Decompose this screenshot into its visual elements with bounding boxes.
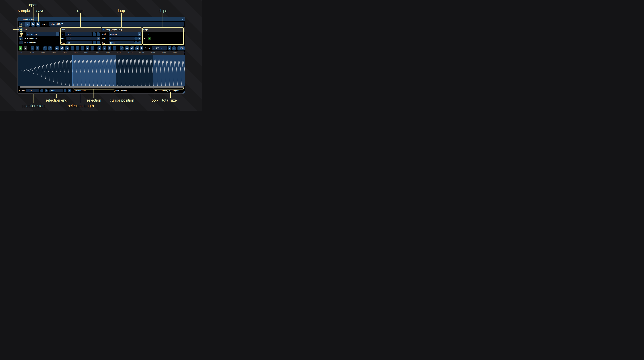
selection-end-input[interactable]: 2983 (50, 89, 63, 92)
resize-icon (31, 47, 34, 50)
edit-mode-draw-button[interactable] (24, 46, 28, 50)
annotation-save-label: save (36, 9, 44, 13)
horizontal-scrollbar[interactable] (20, 86, 184, 88)
zoom-in-button[interactable]: + (172, 46, 176, 50)
annotation-line-collapse-bar (13, 29, 19, 30)
ruler-tick-label: 40ms (62, 52, 67, 54)
signedness-icon (108, 47, 111, 50)
hz-minus-button[interactable]: - (92, 32, 96, 36)
loop-start-plus-button[interactable]: + (138, 36, 142, 40)
invert-button[interactable] (102, 46, 106, 50)
filter-button[interactable] (113, 46, 116, 50)
mode-label: Mode (102, 32, 107, 36)
loop-end-label: End (102, 41, 105, 45)
selection-length-text: (1329 samples) (73, 90, 86, 92)
play-icon (126, 47, 128, 50)
stop-preview-button[interactable] (135, 46, 139, 50)
loop-start-input[interactable]: 4112 (109, 36, 134, 40)
divider (18, 51, 185, 51)
annotation-line-selection-length (81, 94, 81, 103)
fade-in-button[interactable] (65, 46, 69, 50)
loop-end-minus-button[interactable]: - (134, 41, 138, 45)
resize-grip[interactable] (182, 91, 185, 94)
ruler-tick-label: 70ms (95, 52, 100, 54)
waveform-display[interactable] (18, 55, 185, 86)
name-label: Name (42, 22, 47, 26)
fine-input[interactable]: -11 (66, 41, 92, 45)
redo-button[interactable] (48, 46, 52, 50)
ruler-tick-label: 140ms (172, 52, 177, 54)
ruler-tick-label: 30ms (52, 52, 56, 54)
preview-loop-button[interactable] (130, 46, 134, 50)
save-button[interactable] (36, 22, 40, 26)
ruler-tick-label: 110ms (139, 52, 144, 54)
type-dropdown[interactable]: 16-bit PCM ▼ (26, 32, 59, 36)
undo-button[interactable] (43, 46, 47, 50)
crossfade-button[interactable] (120, 46, 124, 50)
cursor-position-text: (4025, -25466) (114, 90, 126, 92)
selection-start-minus-button[interactable]: - (40, 89, 43, 92)
zoom-out-button[interactable]: - (168, 46, 172, 50)
ruler-tick-label: 10ms (30, 52, 34, 54)
total-size-text: 5072 samples, 10144 bytes (155, 90, 179, 92)
upload-icon (140, 47, 143, 50)
make-wavetable-button[interactable] (140, 46, 143, 50)
redo-icon (49, 47, 51, 50)
window-titlebar[interactable]: ▼ Sample Editor × (18, 17, 185, 21)
selection-start-input[interactable]: 1654 (26, 89, 40, 92)
no-brr-filters-label: no BRR filters (24, 41, 36, 44)
loop-end-plus-button[interactable]: + (138, 41, 142, 45)
chevron-down-icon[interactable]: ▼ (96, 36, 100, 40)
selection-start-plus-button[interactable]: + (45, 89, 48, 92)
divider (18, 46, 185, 46)
name-input[interactable]: Clarinet DQV (49, 22, 184, 26)
loop-mode-dropdown[interactable]: Forward ▼ (109, 32, 141, 36)
hz-input[interactable]: 33286 (65, 32, 92, 36)
chevron-down-icon[interactable]: ▼ (25, 22, 30, 26)
chip-a-checkbox[interactable]: ✔ (148, 36, 151, 40)
close-icon[interactable]: × (182, 18, 184, 21)
resample-button[interactable] (36, 46, 40, 50)
ruler-tick-label: 120ms (150, 52, 155, 54)
invert-icon (103, 47, 106, 50)
amplify-button[interactable] (55, 46, 59, 50)
hz-plus-button[interactable]: + (96, 32, 100, 36)
annotation-brace-selection (73, 88, 115, 90)
note-dropdown[interactable]: C-7 ▼ (66, 36, 100, 40)
annotation-cursor-position-label: cursor position (110, 98, 134, 102)
ruler-tick-label: 20ms (41, 52, 45, 54)
selection-end-plus-button[interactable]: + (68, 89, 71, 92)
preview-button[interactable] (125, 46, 129, 50)
check-icon: ✔ (103, 28, 104, 31)
annotation-line-cursor-position (122, 92, 122, 98)
edit-mode-select-button[interactable] (19, 46, 22, 50)
loop-start-value: 4112 (110, 38, 114, 40)
apply-silence-button[interactable] (81, 46, 84, 50)
fine-minus-button[interactable]: - (92, 41, 96, 45)
divider (18, 27, 185, 27)
selection-end-minus-button[interactable]: - (64, 89, 66, 92)
insert-silence-button[interactable] (76, 46, 79, 50)
zoom-input[interactable]: 41.1672% (152, 46, 167, 50)
delete-button[interactable] (86, 46, 89, 50)
loop-enable-checkbox[interactable]: ✔ (102, 28, 105, 31)
chevron-down-icon[interactable]: ▼ (56, 32, 59, 36)
fine-plus-button[interactable]: + (96, 41, 100, 45)
reverse-button[interactable] (98, 46, 101, 50)
loop-section-title: Loop (length: 960) (106, 28, 122, 32)
signedness-button[interactable] (108, 46, 112, 50)
normalize-button[interactable] (60, 46, 64, 50)
annotation-selection-length-label: selection length (68, 104, 94, 108)
loop-end-input[interactable]: 5072 (109, 41, 134, 45)
window-collapse-icon[interactable]: ▼ (19, 18, 21, 20)
annotation-line-open (33, 7, 34, 22)
annotation-line-total-size (170, 92, 171, 98)
normalize-icon (61, 47, 63, 50)
resize-button[interactable] (31, 46, 34, 50)
trim-button[interactable] (90, 46, 94, 50)
chevron-down-icon[interactable]: ▼ (138, 32, 141, 36)
loop-start-minus-button[interactable]: - (134, 36, 138, 40)
zoom-reset-button[interactable]: 100% (178, 46, 185, 50)
open-button[interactable] (31, 22, 35, 26)
fade-out-button[interactable] (71, 46, 74, 50)
